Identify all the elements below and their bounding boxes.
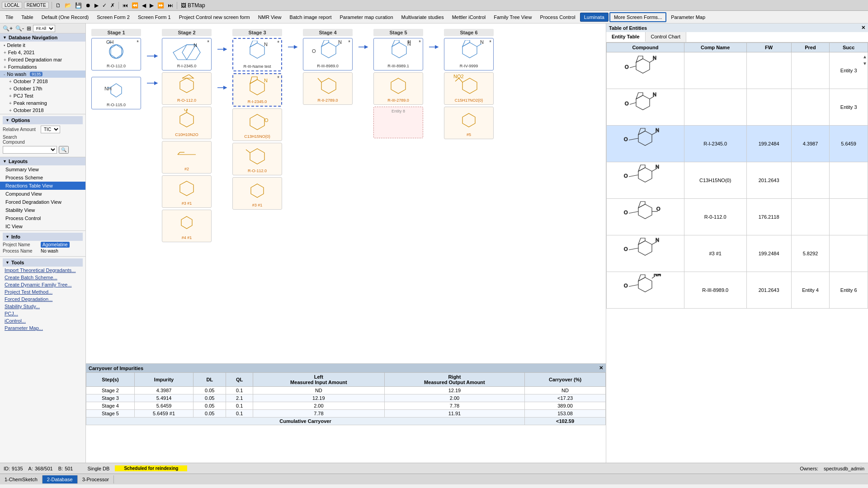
compound-31-s3[interactable]: #3 #1 <box>232 177 282 210</box>
entity-table-row[interactable]: NO C13H15NO(0) 201.2643 <box>607 162 868 199</box>
compound-31-s2[interactable]: #3 #1 <box>162 175 212 208</box>
tree-delete-it[interactable]: • Delete it <box>0 42 85 49</box>
compound-r2789-s5[interactable]: R-III-2789.0 <box>373 72 423 105</box>
scroll-up-arrow[interactable]: ▲ <box>863 54 867 59</box>
options-header[interactable]: ▼ Options <box>3 116 83 124</box>
tool-test-method[interactable]: Project Test Method... <box>3 288 83 296</box>
entity-table-row[interactable]: NO Entity 3 <box>607 52 868 89</box>
icon-nav-next[interactable]: ▶ <box>149 2 155 9</box>
icon-nav-last[interactable]: ⏭ <box>167 2 174 9</box>
compound-ri2345-s2[interactable]: * N R-I-2345.0 <box>162 38 212 70</box>
layout-process-scheme[interactable]: Process Scheme <box>0 174 85 182</box>
tools-header[interactable]: ▼ Tools <box>3 258 83 267</box>
fit-select[interactable]: Fit All <box>33 25 55 32</box>
tool-batch[interactable]: Create Batch Scheme... <box>3 274 83 281</box>
scroll-down-arrow[interactable]: ▼ <box>863 61 867 66</box>
tool-import[interactable]: Import Theoretical Degradants... <box>3 267 83 274</box>
entity-table-row[interactable]: NO Entity 3 <box>607 89 868 126</box>
icon-x[interactable]: ✗ <box>109 2 116 9</box>
menu-nmr[interactable]: NMR View <box>255 13 285 21</box>
nav-zoom-out[interactable]: 🔍- <box>14 25 25 32</box>
layout-compound[interactable]: Compound View <box>0 190 85 198</box>
layout-summary[interactable]: Summary View <box>0 165 85 174</box>
tree-forced-deg[interactable]: + Forced Degradation mar <box>0 56 85 63</box>
tool-pcj[interactable]: PCJ... <box>3 310 83 317</box>
entity-table-row[interactable]: OO R-0-112.0 176.2118 <box>607 199 868 235</box>
tree-oct7[interactable]: + October 7 2018 <box>0 78 85 85</box>
tab-processor[interactable]: 3-Processor <box>78 475 114 483</box>
icon-nav-prev[interactable]: ◀ <box>141 2 147 9</box>
tab-control-chart[interactable]: Control Chart <box>646 32 686 42</box>
tool-param-map[interactable]: Parameter Map... <box>3 324 83 332</box>
tree-peak[interactable]: + Peak renaming <box>0 99 85 107</box>
tree-oct2018[interactable]: + October 2018 <box>0 107 85 114</box>
icon-save[interactable]: 💾 <box>74 2 83 9</box>
compound-41-s2[interactable]: #4 #1 <box>162 210 212 242</box>
menu-project-control[interactable]: Project Control new screen form <box>175 13 254 21</box>
relative-amount-select[interactable]: TIC BIC UV <box>41 126 60 133</box>
layout-stability[interactable]: Stability View <box>0 206 85 214</box>
carryover-row[interactable]: Cumulative Carryover<102.59 <box>86 418 606 425</box>
menu-multivariate[interactable]: Multivariate studies <box>398 13 448 21</box>
carryover-row[interactable]: Stage 2 4.3987 0.05 0.1 ND 12.19 ND <box>86 387 606 394</box>
compound-r2789-s4[interactable]: R-II-2789.0 <box>303 72 353 105</box>
menu-default[interactable]: Default (One Record) <box>38 13 93 21</box>
menu-param-map[interactable]: Parameter Map <box>667 13 709 21</box>
menu-screen-form-1[interactable]: Screen Form 1 <box>134 13 175 21</box>
tool-icontrol[interactable]: iControl... <box>3 317 83 324</box>
reactions-area[interactable]: Stage 1 * <box>86 23 606 363</box>
carryover-row[interactable]: Stage 5 5.6459 #1 0.05 0.1 7.78 11.91 15… <box>86 410 606 418</box>
compound-c13-s3[interactable]: O C13H15NO(0) <box>232 108 282 141</box>
info-header[interactable]: ▼ Info <box>3 233 83 241</box>
compound-name-test-s3[interactable]: * N R-III-Name test <box>232 38 282 71</box>
icon-play[interactable]: ▶ <box>94 2 99 9</box>
menu-luminata[interactable]: Luminata <box>580 13 609 22</box>
compound-ri2345-s3[interactable]: * N R-I-2345.0 <box>232 73 282 107</box>
tree-feb2021[interactable]: + Feb 4, 2021 <box>0 49 85 56</box>
icon-check[interactable]: ✓ <box>101 2 108 9</box>
icon-nav-next2[interactable]: ⏩ <box>156 2 165 9</box>
nav-zoom-in[interactable]: 🔍+ <box>2 25 14 32</box>
menu-tile[interactable]: Tile <box>2 13 17 21</box>
compound-2-s2[interactable]: #2 <box>162 141 212 174</box>
icon-nav-prev2[interactable]: ⏪ <box>131 2 139 9</box>
layout-reactions-table[interactable]: Reactions Table View <box>0 182 85 190</box>
layout-forced-deg[interactable]: Forced Degradation View <box>0 198 85 206</box>
tree-oct17[interactable]: + October 17th <box>0 85 85 92</box>
compound-card-ro112-s1[interactable]: * OH R-O-112. <box>91 38 141 70</box>
tool-stability[interactable]: Stability Study... <box>3 303 83 310</box>
menu-screen-form-2[interactable]: Screen Form 2 <box>93 13 133 21</box>
menu-batch[interactable]: Batch image report <box>286 13 335 21</box>
entity-table-row[interactable]: NO #3 #1 199.2484 5.8292 <box>607 235 868 272</box>
layout-ic[interactable]: IC View <box>0 222 85 230</box>
tree-pcj[interactable]: + PCJ Test <box>0 92 85 99</box>
icon-bitmap[interactable]: 🖼 BTMap <box>180 2 206 9</box>
compound-r9999-s6[interactable]: * N R-IV-9999 <box>444 38 494 70</box>
compound-card-ro115-s1[interactable]: NH R-O-115.0 <box>91 77 141 109</box>
carryover-row[interactable]: Stage 3 5.4914 0.05 2.1 12.19 2.00 <17.2… <box>86 394 606 402</box>
entity-8-s5[interactable]: Entity 8 <box>373 107 423 138</box>
entity-table-row[interactable]: NH2O R-III-8989.0 201.2643 Entity 4 Enti… <box>607 272 868 309</box>
icon-new[interactable]: 🗋 <box>55 2 62 9</box>
search-compound-select[interactable] <box>3 146 57 154</box>
menu-family-tree[interactable]: Family Tree View <box>490 13 535 21</box>
icon-record[interactable]: ⏺ <box>85 2 92 9</box>
compound-c15-s6[interactable]: NO2 C15H17NO2(0) <box>444 72 494 105</box>
icon-nav-first[interactable]: ⏮ <box>122 2 129 9</box>
db-nav-header[interactable]: ▼ Database Navigation <box>0 33 85 42</box>
menu-more-forms[interactable]: More Screen Forms... <box>609 12 666 22</box>
tool-family-tree[interactable]: Create Dynamic Family Tree... <box>3 281 83 288</box>
entity-table-row[interactable]: NO R-I-2345.0 199.2484 4.3987 5.6459 <box>607 126 868 162</box>
menu-table[interactable]: Table <box>18 13 37 21</box>
layout-process-control[interactable]: Process Control <box>0 214 85 222</box>
tab-entity-table[interactable]: Entity Table <box>606 32 646 42</box>
tree-no-wash[interactable]: - No wash 9135 <box>0 70 85 78</box>
tree-formulations[interactable]: + Formulations <box>0 63 85 70</box>
layouts-header[interactable]: ▼ Layouts <box>0 157 85 165</box>
compound-ro112-s2[interactable]: R-O-112.0 <box>162 72 212 105</box>
compound-c10-s2[interactable]: O C10H10N2O <box>162 107 212 139</box>
nav-fit[interactable]: ⊞ <box>26 25 32 32</box>
remote-btn[interactable]: REMOTE <box>24 2 49 9</box>
tool-forced-deg[interactable]: Forced Degradation... <box>3 296 83 303</box>
menu-param-curation[interactable]: Parameter map curation <box>336 13 397 21</box>
